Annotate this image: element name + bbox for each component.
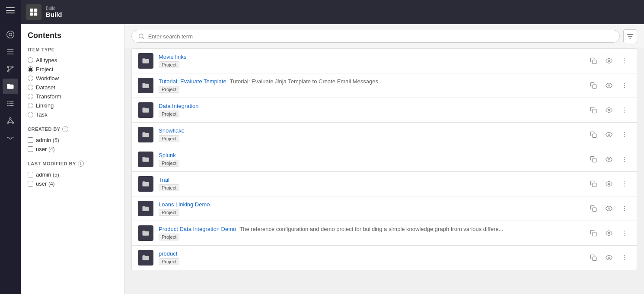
more-button[interactable] [618, 79, 631, 92]
filter-task[interactable]: Task [28, 110, 117, 119]
item-name: Data Integration [159, 103, 199, 109]
checkbox-user-created[interactable] [28, 146, 33, 152]
svg-rect-1 [6, 10, 15, 11]
more-button[interactable] [618, 227, 631, 239]
more-button[interactable] [618, 129, 631, 141]
radio-transform[interactable] [28, 94, 33, 99]
search-input-wrap[interactable] [131, 30, 620, 43]
more-button[interactable] [618, 55, 631, 67]
app-title: Build [46, 11, 62, 18]
last-modified-info-icon[interactable]: i [78, 161, 84, 167]
created-by-info-icon[interactable]: i [62, 126, 68, 132]
item-folder-icon [138, 201, 153, 216]
copy-button[interactable] [587, 252, 599, 264]
svg-rect-15 [10, 101, 14, 102]
svg-point-44 [624, 107, 625, 108]
svg-point-45 [624, 110, 625, 111]
filter-workflow[interactable]: Workflow [28, 74, 117, 83]
item-folder-icon [138, 53, 153, 69]
copy-button[interactable] [587, 227, 599, 239]
view-button[interactable] [603, 227, 615, 239]
filter-dataset[interactable]: Dataset [28, 83, 117, 92]
radio-dataset[interactable] [28, 85, 33, 90]
svg-rect-67 [593, 232, 596, 236]
list-item[interactable]: Splunk Project [131, 147, 637, 171]
created-by-admin[interactable]: admin (5) [28, 136, 117, 145]
item-folder-icon [138, 152, 153, 167]
view-button[interactable] [603, 153, 615, 165]
filter-project[interactable]: Project [28, 65, 117, 74]
radio-linking[interactable] [28, 103, 33, 108]
view-button[interactable] [603, 202, 615, 215]
svg-point-9 [12, 66, 13, 67]
checkbox-admin-modified[interactable] [28, 172, 33, 177]
nav-icon-folder[interactable] [3, 79, 18, 94]
hamburger-button[interactable] [2, 2, 19, 19]
copy-button[interactable] [587, 79, 599, 92]
item-actions [587, 153, 631, 165]
view-button[interactable] [603, 55, 615, 67]
more-button[interactable] [618, 153, 631, 165]
filter-linking[interactable]: Linking [28, 101, 117, 110]
list-item[interactable]: Snowflake Project [131, 122, 637, 147]
list-item[interactable]: Movie links Project [131, 48, 637, 73]
list-item[interactable]: Tutorial: Evaluate Template Tutorial: Ev… [131, 73, 637, 98]
radio-task[interactable] [28, 112, 33, 117]
svg-rect-19 [10, 105, 14, 106]
label-user-created: user (4) [36, 146, 55, 152]
checkbox-admin-created[interactable] [28, 137, 33, 143]
copy-button[interactable] [587, 178, 599, 190]
item-actions [587, 202, 631, 215]
list-item[interactable]: Trail Project [131, 171, 637, 196]
svg-point-8 [7, 66, 9, 67]
list-item[interactable]: product Project [131, 245, 637, 270]
copy-button[interactable] [587, 55, 599, 67]
last-modified-admin[interactable]: admin (5) [28, 170, 117, 179]
nav-icon-target[interactable] [3, 27, 18, 42]
copy-button[interactable] [587, 129, 599, 141]
label-admin-created: admin (5) [36, 137, 59, 143]
radio-all-types[interactable] [28, 57, 33, 63]
view-button[interactable] [603, 178, 615, 190]
svg-rect-42 [593, 109, 596, 113]
created-by-label: CREATED BY i [28, 126, 117, 132]
svg-point-71 [624, 235, 625, 236]
radio-workflow[interactable] [28, 76, 33, 81]
svg-rect-29 [34, 13, 37, 16]
item-tag: Project [159, 209, 179, 216]
radio-project[interactable] [28, 66, 33, 72]
copy-button[interactable] [587, 104, 599, 116]
svg-rect-57 [593, 183, 596, 187]
filter-all-types[interactable]: All types [28, 56, 117, 65]
svg-point-61 [624, 186, 625, 187]
item-tag: Project [159, 234, 179, 240]
svg-point-50 [624, 134, 625, 135]
list-item[interactable]: Product Data Integration Demo The refere… [131, 221, 637, 245]
user-modified-count: (4) [48, 181, 55, 187]
checkbox-user-modified[interactable] [28, 181, 33, 187]
nav-icon-branch[interactable] [3, 61, 18, 77]
more-button[interactable] [618, 202, 631, 215]
nav-icon-list[interactable] [3, 44, 18, 60]
copy-button[interactable] [587, 153, 599, 165]
last-modified-user[interactable]: user (4) [28, 179, 117, 188]
search-input[interactable] [148, 33, 613, 40]
more-button[interactable] [618, 252, 631, 264]
sort-button[interactable] [623, 29, 637, 43]
list-item[interactable]: Loans Linking Demo Project [131, 196, 637, 221]
view-button[interactable] [603, 252, 615, 264]
view-button[interactable] [603, 129, 615, 141]
nav-icon-wave[interactable] [3, 130, 18, 146]
list-item[interactable]: Data Integration Project [131, 98, 637, 122]
svg-point-30 [139, 34, 143, 38]
nav-icon-graph[interactable] [3, 113, 18, 129]
more-button[interactable] [618, 178, 631, 190]
item-name: Product Data Integration Demo [159, 226, 236, 232]
view-button[interactable] [603, 104, 615, 116]
created-by-user[interactable]: user (4) [28, 145, 117, 154]
nav-icon-lines[interactable] [3, 96, 18, 111]
view-button[interactable] [603, 79, 615, 92]
copy-button[interactable] [587, 202, 599, 215]
filter-transform[interactable]: Transform [28, 92, 117, 101]
more-button[interactable] [618, 104, 631, 116]
